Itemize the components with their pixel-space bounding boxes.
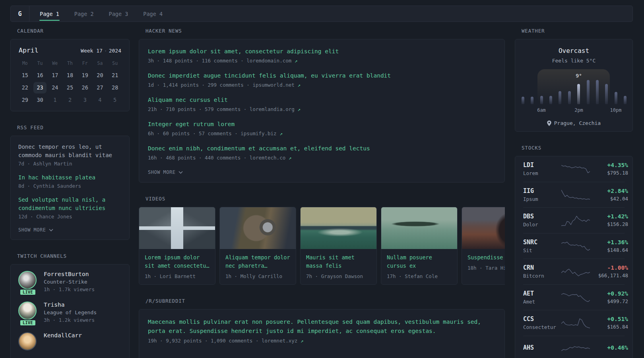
stock-sparkline [561, 188, 590, 201]
current-temp-label: 9° [574, 73, 584, 79]
stock-symbol[interactable]: AHS [523, 344, 561, 351]
twitch-channel-name[interactable]: ForrestBurton [44, 271, 95, 277]
stock-row[interactable]: CCS Consectetur +0.51% $165.84 [523, 310, 625, 336]
twitch-channel-row[interactable]: LIVE ForrestBurton Counter-Strike 1h · 1… [18, 271, 122, 292]
hacker-news-item: Integer eget rutrum lorem 6h · 60 points… [148, 120, 496, 136]
hacker-news-item-title[interactable]: Donec imperdiet augue tincidunt felis al… [148, 72, 496, 80]
stock-symbol[interactable]: CRN [523, 264, 561, 271]
meta-text: 1d · 1,414 points · 299 comments · ipsum… [148, 82, 295, 88]
calendar-day-grid: 1516171819202122232425262728293012345 [17, 69, 122, 106]
twitch-channel-row[interactable]: KendallCarr [18, 332, 122, 350]
stock-row[interactable]: IIG Ipsum +2.84% $42.04 [523, 182, 625, 208]
subreddit-list: Maecenas mollis pulvinar erat non posuer… [148, 317, 496, 344]
weekday-label: Su [107, 58, 122, 69]
hacker-news-item: Donec imperdiet augue tincidunt felis al… [148, 72, 496, 88]
stock-name: Lorem [523, 170, 561, 176]
video-card-row: Lorem ipsum dolor sit amet consectetu… 1… [139, 207, 505, 285]
stocks-card: LDI Lorem +4.35% $795.18 IIG Ipsum [515, 156, 633, 358]
stock-symbol[interactable]: LDI [523, 161, 561, 169]
external-link-icon[interactable]: ↗ [301, 338, 304, 344]
stock-row[interactable]: LDI Lorem +4.35% $795.18 [523, 156, 625, 182]
show-more-label: SHOW MORE [148, 169, 176, 175]
video-meta: 17h · Stefan Cole [387, 273, 452, 279]
stock-values: +1.36% $148.64 [590, 239, 628, 253]
subreddit-post-title[interactable]: Maecenas mollis pulvinar erat non posuer… [148, 317, 496, 336]
stock-id: SNRC Sit [523, 239, 561, 253]
stock-sparkline [561, 342, 590, 355]
video-title[interactable]: Nullam posuere cursus ex [387, 253, 452, 270]
page-tab[interactable]: Page 2 [70, 6, 99, 21]
hacker-news-item-meta: 1d · 1,414 points · 299 comments · ipsum… [148, 82, 496, 88]
stock-symbol[interactable]: CCS [523, 315, 561, 323]
stock-id: LDI Lorem [523, 161, 561, 176]
stock-values: +4.35% $795.18 [590, 162, 628, 176]
app-logo[interactable]: G [11, 6, 29, 21]
stock-row[interactable]: SNRC Sit +1.36% $148.64 [523, 233, 625, 259]
page-tab[interactable]: Page 3 [104, 6, 133, 21]
weather-hour-bar [605, 84, 608, 104]
twitch-channel-meta: 3h · 1.2k viewers [44, 317, 97, 323]
video-thumbnail[interactable] [301, 207, 376, 249]
video-card[interactable]: Nullam posuere cursus ex 17h · Stefan Co… [381, 207, 458, 285]
calendar-day: 29 [18, 94, 32, 106]
calendar-section-title: CALENDAR [17, 28, 130, 34]
video-thumbnail[interactable] [381, 207, 457, 249]
video-card[interactable]: Suspendisse diam 18h · Tara Hills [462, 207, 505, 285]
rss-item-meta: 12d · Chance Jones [18, 214, 122, 220]
stock-symbol[interactable]: IIG [523, 187, 561, 195]
stock-row[interactable]: CRN Bitcorn -1.00% $66,171.48 [523, 259, 625, 284]
stock-row[interactable]: AHS +0.46% [523, 336, 625, 358]
video-title[interactable]: Mauris sit amet massa felis [306, 253, 371, 270]
stock-symbol[interactable]: SNRC [523, 239, 561, 246]
rss-item-title[interactable]: In hac habitasse platea [18, 173, 122, 182]
hn-show-more-button[interactable]: SHOW MORE [148, 169, 496, 177]
hacker-news-item-title[interactable]: Donec enim nibh, condimentum et accumsan… [148, 144, 496, 153]
rss-item-title[interactable]: Sed volutpat nulla nisl, a condimentum n… [18, 196, 122, 212]
stock-sparkline [561, 316, 590, 330]
video-card-body: Aliquam tempor dolor nec pharetra… 1h · … [220, 249, 296, 284]
hacker-news-item-title[interactable]: Integer eget rutrum lorem [148, 120, 496, 128]
stock-symbol[interactable]: AET [523, 290, 561, 297]
external-link-icon[interactable]: ↗ [297, 106, 301, 112]
hacker-news-item-meta: 16h · 468 points · 440 comments · loremt… [148, 155, 496, 161]
twitch-card: LIVE ForrestBurton Counter-Strike 1h · 1… [10, 264, 130, 358]
hacker-news-section: HACKER NEWS Lorem ipsum dolor sit amet, … [139, 28, 505, 183]
hacker-news-card: Lorem ipsum dolor sit amet, consectetur … [139, 39, 505, 183]
external-link-icon[interactable]: ↗ [289, 155, 292, 161]
video-card[interactable]: Mauris sit amet massa felis 7h · Grayson… [300, 207, 377, 285]
video-thumbnail[interactable] [462, 207, 505, 249]
calendar-day: 18 [63, 70, 77, 81]
external-link-icon[interactable]: ↗ [297, 82, 301, 88]
calendar-section: CALENDAR April Week 17·2024 MoTuWeThFrSa… [10, 28, 130, 111]
hacker-news-item: Lorem ipsum dolor sit amet, consectetur … [148, 47, 496, 64]
twitch-channel-name[interactable]: KendallCarr [44, 332, 82, 339]
stock-sparkline [561, 162, 590, 176]
hacker-news-item: Donec enim nibh, condimentum et accumsan… [148, 144, 496, 161]
rss-item-title[interactable]: Donec tempor eros leo, ut commodo mauris… [18, 143, 122, 160]
video-title[interactable]: Aliquam tempor dolor nec pharetra… [225, 253, 290, 270]
stock-symbol[interactable]: DBS [523, 213, 561, 220]
weather-hour-bar [522, 97, 524, 104]
stock-price: $66,171.48 [590, 272, 628, 278]
page-tab[interactable]: Page 4 [138, 6, 167, 21]
video-thumbnail[interactable] [139, 207, 215, 249]
rss-show-more-button[interactable]: SHOW MORE [18, 226, 122, 234]
external-link-icon[interactable]: ↗ [295, 58, 298, 64]
hacker-news-item-title[interactable]: Lorem ipsum dolor sit amet, consectetur … [148, 47, 496, 56]
chevron-down-icon [178, 171, 183, 174]
page-tab[interactable]: Page 1 [35, 6, 64, 21]
external-link-icon[interactable]: ↗ [279, 130, 283, 136]
twitch-avatar-wrap: LIVE [18, 302, 37, 323]
twitch-channel-row[interactable]: LIVE Trisha League of Legends 3h · 1.2k … [18, 302, 122, 323]
twitch-channel-meta: 1h · 1.7k viewers [44, 286, 95, 292]
twitch-channel-name[interactable]: Trisha [44, 302, 97, 308]
video-card[interactable]: Aliquam tempor dolor nec pharetra… 1h · … [219, 207, 296, 285]
stock-row[interactable]: DBS Dolor +1.42% $156.28 [523, 207, 625, 233]
video-title[interactable]: Suspendisse diam [467, 253, 505, 262]
calendar-day: 5 [108, 94, 122, 106]
stock-row[interactable]: AET Amet +0.92% $499.72 [523, 284, 625, 310]
video-title[interactable]: Lorem ipsum dolor sit amet consectetu… [145, 253, 209, 270]
hacker-news-item-title[interactable]: Aliquam nec cursus elit [148, 96, 496, 104]
video-thumbnail[interactable] [220, 207, 296, 249]
video-card[interactable]: Lorem ipsum dolor sit amet consectetu… 1… [139, 207, 215, 285]
